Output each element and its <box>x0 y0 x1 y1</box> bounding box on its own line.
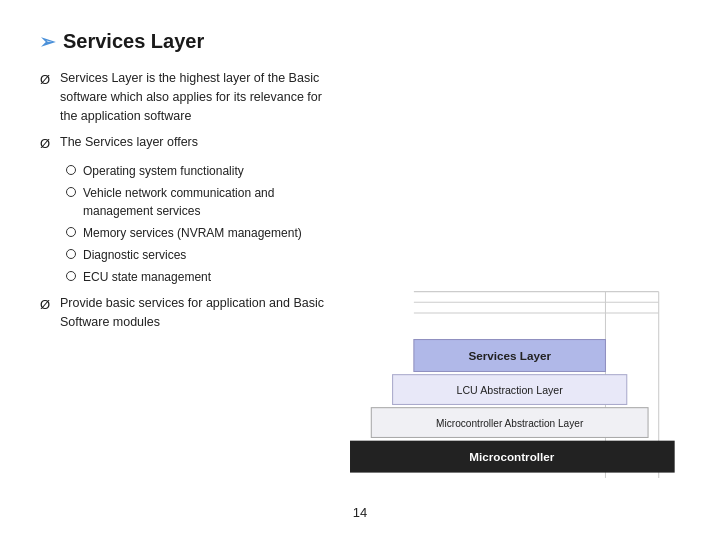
diagram-section: Services Layer LCU Abstraction Layer Mic… <box>350 69 680 497</box>
bullet-text-2: The Services layer offers <box>60 133 198 152</box>
content-area: Ø Services Layer is the highest layer of… <box>40 69 680 497</box>
header: ➢ Services Layer <box>40 30 680 53</box>
sub-bullet-2: Vehicle network communication and manage… <box>66 184 330 220</box>
section-icon: ➢ <box>40 31 55 53</box>
sub-bullet-3: Memory services (NVRAM management) <box>66 224 330 242</box>
bullet-arrow-3: Ø <box>40 295 54 315</box>
sub-circle-5 <box>66 271 76 281</box>
sub-bullet-1: Operating system functionality <box>66 162 330 180</box>
bullet-text-3: Provide basic services for application a… <box>60 294 330 332</box>
page-number: 14 <box>40 505 680 520</box>
bullet-arrow-2: Ø <box>40 134 54 154</box>
bullet-arrow-1: Ø <box>40 70 54 90</box>
sub-circle-3 <box>66 227 76 237</box>
services-layer-label: Services Layer <box>468 349 551 362</box>
sub-bullet-5: ECU state management <box>66 268 330 286</box>
sub-text-2: Vehicle network communication and manage… <box>83 184 330 220</box>
sub-text-1: Operating system functionality <box>83 162 244 180</box>
text-section: Ø Services Layer is the highest layer of… <box>40 69 340 497</box>
bullet-3: Ø Provide basic services for application… <box>40 294 330 332</box>
sub-bullets-list: Operating system functionality Vehicle n… <box>66 162 330 286</box>
ecu-abstraction-label: LCU Abstraction Layer <box>457 384 564 396</box>
page: ➢ Services Layer Ø Services Layer is the… <box>0 0 720 540</box>
bullet-1: Ø Services Layer is the highest layer of… <box>40 69 330 125</box>
sub-circle-4 <box>66 249 76 259</box>
microcontroller-label: Microcontroller <box>469 450 555 463</box>
sub-text-4: Diagnostic services <box>83 246 186 264</box>
diagram-wrapper: Services Layer LCU Abstraction Layer Mic… <box>350 281 680 497</box>
sub-circle-2 <box>66 187 76 197</box>
sub-text-3: Memory services (NVRAM management) <box>83 224 302 242</box>
bullet-text-1: Services Layer is the highest layer of t… <box>60 69 330 125</box>
sub-text-5: ECU state management <box>83 268 211 286</box>
bullet-2: Ø The Services layer offers <box>40 133 330 154</box>
architecture-diagram: Services Layer LCU Abstraction Layer Mic… <box>350 281 680 494</box>
mcu-abstraction-label: Microcontroller Abstraction Layer <box>436 418 584 429</box>
sub-bullet-4: Diagnostic services <box>66 246 330 264</box>
sub-circle-1 <box>66 165 76 175</box>
page-title: Services Layer <box>63 30 204 53</box>
